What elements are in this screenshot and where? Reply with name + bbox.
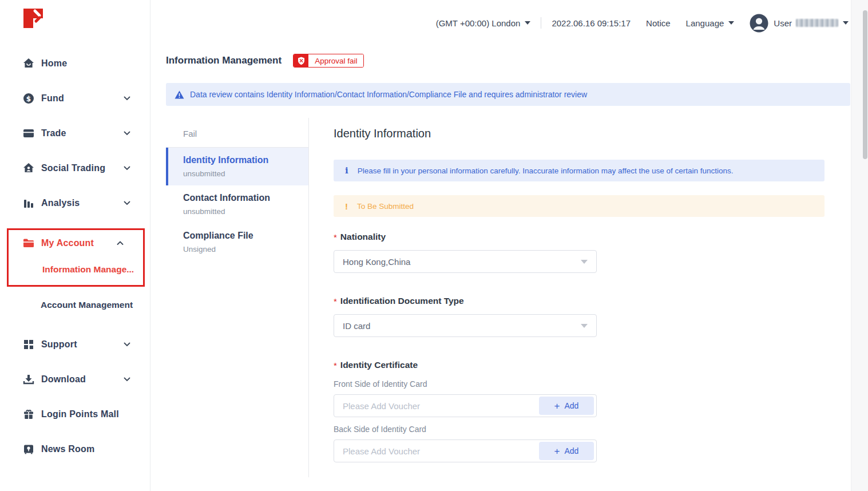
sidebar-subitem-label: Information Manage... [42,264,134,275]
add-button-label: Add [565,446,579,456]
sidebar-item-label: News Room [41,444,94,454]
front-add-button[interactable]: + Add [539,397,594,415]
main-area: (GMT +00:00) London 2022.06.16 09:15:17 … [151,0,851,491]
info-banner: i Please fill in your personal informati… [334,160,825,181]
datetime-label: 2022.06.16 09:15:17 [552,18,631,28]
sidebar-item-news-room[interactable]: News Room [0,431,150,466]
subnav-header-fail: Fail [166,118,308,148]
chevron-down-icon [124,342,130,347]
brand-logo [0,0,150,35]
subnav-item-compliance-file[interactable]: Compliance File Unsigned [166,223,308,261]
sidebar-item-label: Trade [41,128,66,138]
section-subnav: Fail Identity Information unsubmitted Co… [166,118,309,477]
notice-link[interactable]: Notice [646,18,671,28]
sidebar-item-label: Social Trading [41,163,105,173]
home-icon [23,58,34,69]
sidebar-item-label: Support [41,339,77,350]
add-button-label: Add [565,401,579,410]
subnav-item-identity-information[interactable]: Identity Information unsubmitted [166,148,308,185]
sidebar-item-fund[interactable]: $ Fund [0,81,150,116]
svg-text:$: $ [26,94,31,102]
sidebar-item-social-trading[interactable]: Social Trading [0,151,150,185]
back-voucher-input[interactable] [334,440,539,462]
chevron-down-icon [124,377,130,382]
sidebar-item-support[interactable]: Support [0,327,150,362]
sidebar-nav: Home $ Fund Trade [0,35,150,466]
content-row: Fail Identity Information unsubmitted Co… [166,118,851,477]
status-badge-label: Approval fail [308,54,363,67]
sidebar-item-label: Home [41,58,67,69]
trade-card-icon [23,128,34,139]
sidebar-item-label: Download [41,374,86,385]
sidebar-subitem-account-management[interactable]: Account Management [0,290,150,320]
page-header: Information Management Approval fail [166,54,851,68]
nationality-label-text: Nationality [340,232,386,242]
review-alert-text: Data review contains Identity Informatio… [190,90,587,99]
form-title: Identity Information [334,127,851,140]
caret-down-icon [581,260,588,264]
subnav-item-title: Identity Information [183,155,308,165]
my-account-highlight-box: My Account Information Manage... [7,228,145,287]
front-voucher-input[interactable] [334,395,539,417]
plus-icon: + [554,401,560,411]
chevron-down-icon [124,131,130,136]
scrollbar-track[interactable] [851,0,868,491]
caret-down-icon [728,21,734,25]
page-title: Information Management [166,55,282,66]
required-asterisk: * [334,296,337,306]
subnav-item-status: unsubmitted [183,207,308,216]
required-asterisk: * [334,361,337,370]
sidebar-item-label: Fund [41,93,64,104]
back-add-button[interactable]: + Add [539,442,594,460]
user-menu[interactable]: User [774,18,849,28]
timezone-selector[interactable]: (GMT +00:00) London [436,18,531,28]
sidebar-subitem-information-management[interactable]: Information Manage... [9,260,143,279]
topbar: (GMT +00:00) London 2022.06.16 09:15:17 … [151,0,851,46]
info-banner-text: Please fill in your personal information… [358,167,734,175]
required-asterisk: * [334,232,337,242]
sidebar-item-my-account[interactable]: My Account [9,231,143,255]
sidebar: Home $ Fund Trade [0,0,150,491]
subnav-item-title: Compliance File [183,231,308,241]
chevron-up-icon [117,241,124,246]
doc-type-select[interactable]: ID card [334,314,597,337]
news-pin-icon [23,444,34,455]
user-avatar[interactable] [750,14,768,33]
scrollbar-thumb[interactable] [863,10,867,159]
user-id-blurred [796,19,838,27]
identity-certificate-label: * Identity Certificate [334,360,851,370]
identity-certificate-label-text: Identity Certificate [340,360,418,370]
app-window: Home $ Fund Trade [0,0,868,491]
language-label: Language [686,18,724,28]
sidebar-item-label: My Account [41,238,94,248]
subnav-item-title: Contact Information [183,193,308,203]
front-side-label: Front Side of Identity Card [334,379,851,389]
nationality-label: * Nationality [334,232,851,242]
chevron-down-icon [124,166,130,171]
sidebar-item-login-points-mall[interactable]: Login Points Mall [0,397,150,431]
sidebar-item-analysis[interactable]: Analysis [0,185,150,220]
social-house-icon [23,163,34,174]
doc-type-label: * Identification Document Type [334,296,851,306]
sidebar-subitem-label: Account Management [41,300,133,310]
notice-label: Notice [646,18,671,28]
language-selector[interactable]: Language [686,18,735,28]
subnav-item-status: unsubmitted [183,169,308,178]
sidebar-item-download[interactable]: Download [0,362,150,397]
grid-icon [23,339,34,350]
folder-icon [23,237,34,249]
sidebar-item-label: Login Points Mall [41,409,119,419]
identity-form: Identity Information i Please fill in yo… [309,118,851,477]
nationality-select[interactable]: Hong Kong,China [334,250,597,273]
download-icon [23,374,34,385]
subnav-item-status: Unsigned [183,245,308,254]
warning-triangle-icon [175,90,184,99]
to-be-submitted-banner: ! To Be Submitted [334,195,825,217]
caret-down-icon [581,324,588,328]
sidebar-item-home[interactable]: Home [0,46,150,81]
subnav-item-contact-information[interactable]: Contact Information unsubmitted [166,185,308,223]
status-badge: Approval fail [293,54,364,68]
back-voucher-field: + Add [334,439,597,462]
sidebar-item-trade[interactable]: Trade [0,116,150,151]
brand-logo-icon [23,7,45,30]
